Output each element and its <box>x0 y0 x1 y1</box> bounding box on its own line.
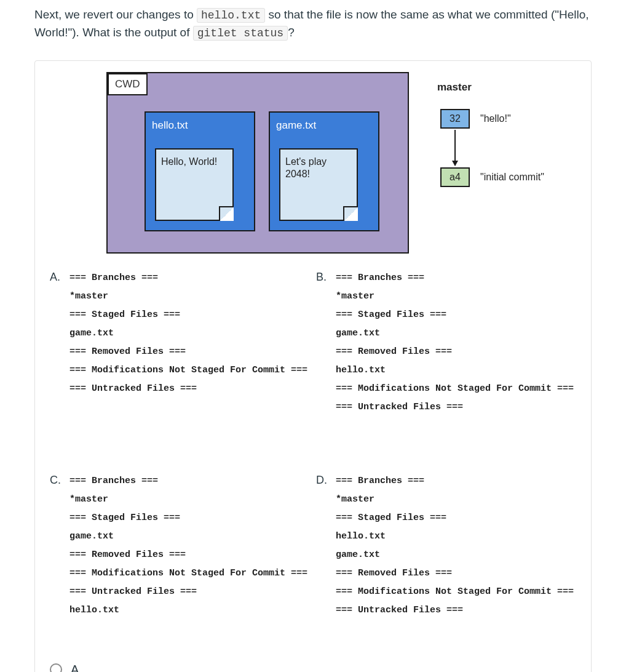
option-d-status: === Branches === *master === Staged File… <box>336 472 574 620</box>
content-panel: CWD hello.txt Hello, World! game.txt Let… <box>34 60 592 672</box>
cwd-diagram: CWD hello.txt Hello, World! game.txt Let… <box>68 72 573 263</box>
option-d: D. === Branches === *master === Staged F… <box>316 472 576 620</box>
page-root: Next, we revert our changes to hello.txt… <box>0 0 626 672</box>
question-part1: Next, we revert our changes to <box>34 8 197 21</box>
option-a-letter: A. <box>50 269 62 417</box>
option-b-letter: B. <box>316 269 328 417</box>
radio-option-a[interactable]: A <box>50 657 576 672</box>
branch-master-label: master <box>437 79 472 95</box>
option-b: B. === Branches === *master === Staged F… <box>316 269 576 417</box>
file-game-content: Let's play 2048! <box>285 156 327 179</box>
commit-32-node: 32 <box>440 109 470 129</box>
option-d-letter: D. <box>316 472 328 620</box>
commit-32-message: "hello!" <box>480 111 511 126</box>
question-part3: ? <box>288 26 295 39</box>
option-c-status: === Branches === *master === Staged File… <box>69 472 307 620</box>
commit-arrow-icon <box>454 130 456 166</box>
file-hello-note: Hello, World! <box>155 148 234 221</box>
radio-a-label: A <box>71 660 79 672</box>
option-c: C. === Branches === *master === Staged F… <box>50 472 310 620</box>
code-gitlet-status: gitlet status <box>193 26 288 41</box>
option-a: A. === Branches === *master === Staged F… <box>50 269 310 417</box>
commit-a4-node: a4 <box>440 167 470 187</box>
question-text: Next, we revert our changes to hello.txt… <box>34 6 592 42</box>
cwd-box: CWD hello.txt Hello, World! game.txt Let… <box>106 72 409 254</box>
option-c-letter: C. <box>50 472 62 620</box>
file-hello: hello.txt Hello, World! <box>145 111 255 231</box>
file-game: game.txt Let's play 2048! <box>269 111 379 231</box>
code-hello-txt: hello.txt <box>197 8 265 23</box>
commit-a4-message: "initial commit" <box>480 170 544 185</box>
file-hello-content: Hello, World! <box>161 156 217 167</box>
option-b-status: === Branches === *master === Staged File… <box>336 269 574 417</box>
radio-list: A B <box>50 657 576 672</box>
cwd-label: CWD <box>108 73 148 95</box>
file-game-name: game.txt <box>276 118 372 134</box>
options-grid: A. === Branches === *master === Staged F… <box>50 269 576 620</box>
file-game-note: Let's play 2048! <box>279 148 358 221</box>
radio-circle-icon <box>50 663 62 672</box>
file-hello-name: hello.txt <box>152 118 248 134</box>
option-a-status: === Branches === *master === Staged File… <box>69 269 307 417</box>
